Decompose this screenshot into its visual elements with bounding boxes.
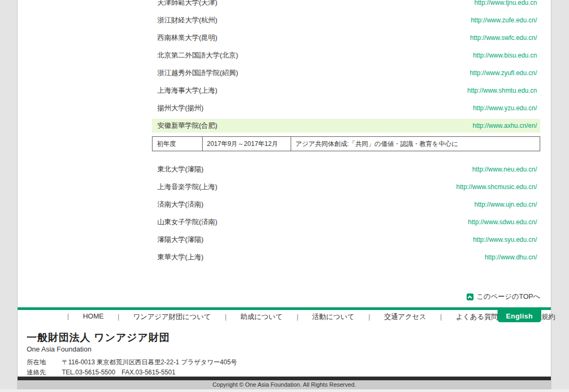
university-row: 上海海事大学(上海) http://www.shmtu.edu.cn	[152, 84, 540, 97]
university-name: 山東女子学院(済南)	[157, 217, 218, 227]
university-row: 東北大学(瀋陽) http://www.neu.edu.cn/	[152, 162, 540, 176]
university-row: 山東女子学院(済南) http://www.sdwu.edu.cn/	[152, 215, 540, 229]
university-row: 揚州大学(揚州) http://www.yzu.edu.cn/	[152, 101, 540, 115]
university-row: 浙江越秀外国語学院(紹興) http://www.zyufl.edu.cn/	[152, 66, 540, 80]
footer-nav-item[interactable]: 助成について	[218, 312, 290, 322]
university-name: 東北大学(瀋陽)	[157, 165, 204, 174]
org-name-en: One Asia Foundation	[27, 345, 91, 353]
program-detail-table: 初年度 2017年9月～2017年12月 アジア共同体創成:「共同」の価値・認識…	[152, 136, 540, 151]
table-label-cell: 初年度	[153, 137, 203, 151]
footer-nav-item[interactable]: 交通アクセス	[362, 312, 434, 322]
university-row: 東華大学(上海) http://www.dhu.cn/	[152, 250, 540, 264]
english-button[interactable]: English	[498, 309, 541, 322]
university-name: 天津師範大学(天津)	[157, 0, 218, 7]
table-row: 初年度 2017年9月～2017年12月 アジア共同体創成:「共同」の価値・認識…	[153, 137, 540, 151]
footer-nav-item[interactable]: よくある質問	[433, 312, 505, 322]
footer-nav-items: HOMEワンアジア財団について助成について活動について交通アクセスよくある質問利…	[60, 312, 569, 322]
university-name: 済南大学(済南)	[157, 200, 204, 209]
university-name: 上海海事大学(上海)	[157, 86, 218, 95]
university-url-link[interactable]: http://www.tjnu.edu.cn	[475, 0, 537, 6]
university-url-link[interactable]: http://www.dhu.cn/	[485, 254, 537, 261]
contact-value: TEL.03-5615-5500 FAX.03-5615-5501	[62, 368, 175, 377]
university-name: 揚州大学(揚州)	[157, 103, 204, 113]
university-name: 安徽新華学院(合肥)	[157, 121, 218, 130]
university-url-link[interactable]: http://www.axhu.cn/en/	[472, 122, 537, 129]
university-url-link[interactable]: http://www.sdwu.edu.cn/	[468, 218, 537, 226]
contact-label: 連絡先	[27, 368, 52, 377]
university-url-link[interactable]: http://www.swfc.edu.cn/	[470, 34, 537, 42]
university-name: 北京第二外国語大学(北京)	[157, 51, 238, 60]
university-url-link[interactable]: http://www.shcmusic.edu.cn/	[456, 183, 537, 191]
bottom-strip	[0, 389, 569, 392]
university-row: 西南林業大学(昆明) http://www.swfc.edu.cn/	[152, 31, 540, 45]
university-url-link[interactable]: http://www.yzu.edu.cn/	[473, 104, 537, 112]
university-row: 済南大学(済南) http://www.ujn.edu.cn/	[152, 198, 540, 211]
page-top-link[interactable]: このページのTOPへ	[467, 292, 540, 301]
university-row: 北京第二外国語大学(北京) http://www.bisu.edu.cn	[152, 48, 540, 62]
chevron-up-icon	[467, 293, 474, 300]
university-name: 浙江財経大学(杭州)	[157, 15, 218, 25]
university-name: 東華大学(上海)	[157, 252, 204, 262]
university-list: 天津師範大学(天津) http://www.tjnu.edu.cn 浙江財経大学…	[152, 0, 540, 268]
university-row: 瀋陽大学(瀋陽) http://www.syu.edu.cn/	[152, 233, 540, 247]
university-name: 浙江越秀外国語学院(紹興)	[157, 68, 238, 78]
page-top-link-label: このページのTOPへ	[477, 292, 540, 301]
university-row: 上海音楽学院(上海) http://www.shcmusic.edu.cn/	[152, 180, 540, 194]
org-name-jp: 一般財団法人 ワンアジア財団	[27, 331, 170, 345]
table-theme-cell: アジア共同体創成:「共同」の価値・認識・教育を中心に	[291, 137, 540, 151]
footer-nav-item[interactable]: サイトマップ	[562, 312, 569, 322]
copyright-text: Copyright © One Asia Foundation. All Rig…	[18, 380, 551, 389]
address-row: 所在地 〒116-0013 東京都荒川区西日暮里2-22-1 プラザタワー405…	[27, 358, 237, 367]
university-row: 浙江財経大学(杭州) http://www.zufe.edu.cn/	[152, 13, 540, 27]
footer-dark-bar	[18, 377, 551, 380]
address-label: 所在地	[27, 358, 52, 367]
university-name: 西南林業大学(昆明)	[157, 33, 218, 43]
university-name: 瀋陽大学(瀋陽)	[157, 235, 204, 244]
contact-row: 連絡先 TEL.03-5615-5500 FAX.03-5615-5501	[27, 368, 175, 377]
university-url-link[interactable]: http://www.ujn.edu.cn/	[475, 201, 537, 208]
address-value: 〒116-0013 東京都荒川区西日暮里2-22-1 プラザタワー405号	[62, 358, 237, 367]
university-url-link[interactable]: http://www.neu.edu.cn/	[472, 166, 537, 173]
footer-nav-item[interactable]: 活動について	[290, 312, 362, 322]
university-name: 上海音楽学院(上海)	[157, 182, 218, 192]
page-content: 天津師範大学(天津) http://www.tjnu.edu.cn 浙江財経大学…	[18, 0, 551, 389]
university-list-top: 天津師範大学(天津) http://www.tjnu.edu.cn 浙江財経大学…	[152, 0, 540, 133]
university-url-link[interactable]: http://www.shmtu.edu.cn	[467, 87, 537, 94]
footer-divider	[18, 307, 551, 310]
university-url-link[interactable]: http://www.bisu.edu.cn	[473, 52, 537, 59]
footer-nav-item[interactable]: HOME	[60, 312, 110, 322]
university-url-link[interactable]: http://www.zufe.edu.cn/	[471, 17, 537, 24]
table-period-cell: 2017年9月～2017年12月	[203, 137, 291, 151]
university-url-link[interactable]: http://www.zyufl.edu.cn/	[470, 69, 537, 77]
footer-nav: HOMEワンアジア財団について助成について活動について交通アクセスよくある質問利…	[60, 312, 569, 322]
university-row: 天津師範大学(天津) http://www.tjnu.edu.cn	[152, 0, 540, 10]
university-list-bottom: 東北大学(瀋陽) http://www.neu.edu.cn/ 上海音楽学院(上…	[152, 162, 540, 264]
university-url-link[interactable]: http://www.syu.edu.cn/	[473, 236, 537, 243]
footer-nav-item[interactable]: ワンアジア財団について	[110, 312, 218, 322]
university-row: 安徽新華学院(合肥) http://www.axhu.cn/en/	[152, 119, 540, 133]
